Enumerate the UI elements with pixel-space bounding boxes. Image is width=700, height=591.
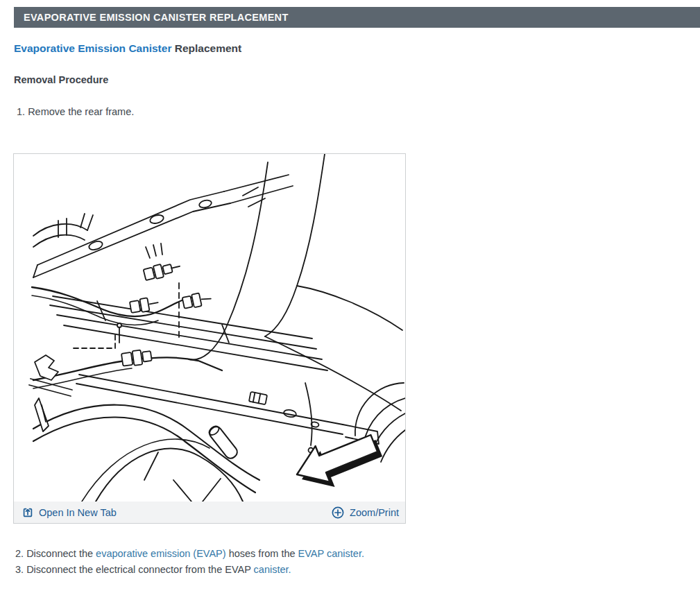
circle-plus-icon — [331, 506, 345, 520]
page-title-rest: Replacement — [171, 42, 241, 54]
removal-procedure-heading: Removal Procedure — [14, 74, 108, 85]
zoom-print-link[interactable]: Zoom/Print — [331, 506, 399, 520]
evap-canister-link[interactable]: EVAP canister. — [298, 548, 364, 559]
evap-abbrev-link[interactable]: (EVAP) — [193, 548, 225, 559]
step-2-text-3: hoses from the — [226, 548, 298, 559]
step-3-text-1: Disconnect the electrical connector from… — [26, 564, 253, 575]
canister-title-link[interactable]: Evaporative Emission Canister — [14, 42, 171, 54]
step-2-number: 2. — [15, 548, 26, 559]
step-2: 2. Disconnect the evaporative emission (… — [15, 548, 364, 559]
section-header-title: EVAPORATIVE EMISSION CANISTER REPLACEMEN… — [24, 12, 289, 23]
underbody-diagram-drawing — [14, 154, 405, 502]
open-in-new-tab-label: Open In New Tab — [39, 507, 117, 518]
step-3-number: 3. — [15, 564, 26, 575]
step-3: 3. Disconnect the electrical connector f… — [15, 564, 291, 575]
underbody-diagram — [14, 154, 405, 502]
page-title: Evaporative Emission Canister Replacemen… — [14, 42, 241, 55]
zoom-print-label: Zoom/Print — [350, 507, 399, 518]
step-1: 1. Remove the rear frame. — [17, 106, 134, 117]
step-2-text-1: Disconnect the — [26, 548, 96, 559]
step-1-text: Remove the rear frame. — [28, 106, 134, 117]
open-in-new-tab-link[interactable]: Open In New Tab — [22, 506, 117, 519]
section-header-bar: EVAPORATIVE EMISSION CANISTER REPLACEMEN… — [14, 7, 700, 28]
open-in-new-tab-icon — [22, 506, 34, 519]
illustration-panel: Open In New Tab Zoom/Print — [13, 153, 406, 524]
step-1-number: 1. — [17, 106, 28, 117]
evaporative-emission-link[interactable]: evaporative emission — [96, 548, 190, 559]
figure-toolbar: Open In New Tab Zoom/Print — [14, 502, 405, 523]
canister-link[interactable]: canister. — [254, 564, 291, 575]
